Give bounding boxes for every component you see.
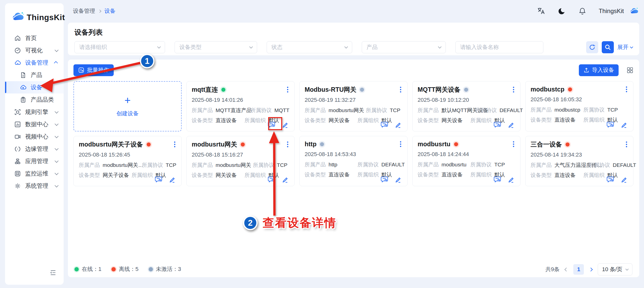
sidebar-item-visual[interactable]: 可视化 — [5, 44, 64, 57]
sidebar-item-home[interactable]: 首页 — [5, 32, 64, 44]
home-icon — [14, 34, 22, 42]
field-label: 所属协议 — [589, 162, 610, 169]
sidebar-collapse-icon[interactable] — [50, 269, 57, 276]
device-protocol: DEFAULT — [500, 107, 523, 113]
field-label: 所属产品 — [192, 162, 213, 169]
topbar-actions: ThingsKit — [537, 7, 638, 15]
device-created-time: 2025-08-18 16:05:32 — [531, 96, 628, 103]
sidebar-item-category[interactable]: 产品品类 — [5, 93, 64, 106]
device-card[interactable]: MQTT网关设备2025-08-19 10:12:20所属产品默认MQTT网关设… — [412, 81, 520, 131]
sidebar-item-app[interactable]: 应用管理 — [5, 155, 64, 167]
card-more-menu-icon[interactable] — [399, 140, 402, 148]
field-label: 设备类型 — [531, 172, 552, 179]
sidebar-item-label: 设备管理 — [25, 59, 48, 67]
sidebar-item-label: 首页 — [25, 34, 37, 42]
import-device-button[interactable]: 导入设备 — [579, 64, 619, 76]
field-label: 所属协议 — [476, 107, 497, 114]
card-more-menu-icon[interactable] — [512, 86, 515, 93]
device-card[interactable]: mqtt直连2025-08-19 14:01:26所属产品MQTT直连产品所属协… — [186, 81, 295, 131]
sidebar-item-video[interactable]: 视频中心 — [5, 130, 64, 143]
translate-icon[interactable] — [537, 7, 545, 15]
device-type-select[interactable]: 设备类型 — [175, 41, 257, 53]
edit-icon[interactable] — [395, 176, 403, 183]
edit-icon[interactable] — [282, 121, 290, 129]
card-more-menu-icon[interactable] — [512, 140, 515, 148]
sidebar-item-label: 视频中心 — [25, 133, 48, 140]
field-label: 所属协议 — [366, 107, 387, 114]
card-more-menu-icon[interactable] — [625, 85, 628, 93]
device-detail-icon[interactable] — [268, 121, 276, 129]
next-page-icon[interactable] — [589, 267, 593, 271]
sidebar-item-system[interactable]: 系统管理 — [5, 180, 64, 192]
status-select[interactable]: 状态 — [267, 41, 352, 53]
device-card[interactable]: modbusrtu2025-08-18 14:24:44所属产品modbusrt… — [412, 136, 520, 186]
device-detail-icon[interactable] — [494, 121, 502, 129]
edit-icon[interactable] — [508, 176, 516, 183]
card-more-menu-icon[interactable] — [399, 86, 402, 93]
device-created-time: 2025-08-14 19:34:23 — [531, 152, 628, 158]
product-select[interactable]: 产品 — [362, 41, 446, 53]
card-more-menu-icon[interactable] — [625, 140, 628, 148]
device-card[interactable]: modbustcp2025-08-18 16:05:32所属产品modbustc… — [525, 81, 633, 131]
sidebar-item-data[interactable]: 数据中心 — [5, 118, 64, 130]
create-device-card[interactable]: + 创建设备 — [73, 81, 182, 131]
page-size-select[interactable]: 10 条/页 — [598, 263, 632, 275]
sidebar-item-rules[interactable]: 规则引擎 — [5, 106, 64, 118]
brackets-icon — [14, 145, 22, 153]
device-detail-icon[interactable] — [607, 176, 615, 183]
device-detail-icon[interactable] — [381, 121, 389, 129]
card-more-menu-icon[interactable] — [173, 140, 176, 148]
device-detail-icon[interactable] — [494, 176, 502, 183]
sidebar-item-edge[interactable]: 边缘管理 — [5, 143, 64, 155]
total-count: 共9条 — [545, 266, 559, 273]
moon-icon[interactable] — [557, 7, 566, 15]
sidebar-item-device[interactable]: 设备 — [5, 81, 64, 93]
cloud-icon — [14, 59, 22, 67]
device-type: 网关子设备 — [103, 172, 129, 179]
edit-icon[interactable] — [395, 121, 403, 129]
device-detail-icon[interactable] — [381, 176, 389, 183]
edit-icon[interactable] — [282, 176, 290, 183]
device-card[interactable]: 三合一设备2025-08-14 19:34:23所属产品大气压力温湿度传…所属协… — [525, 136, 633, 186]
edit-icon[interactable] — [621, 121, 629, 129]
refresh-button[interactable] — [586, 41, 598, 53]
status-dot-offline — [454, 142, 458, 146]
user-name[interactable]: ThingsKit — [599, 8, 624, 15]
prev-page-icon[interactable] — [565, 267, 569, 271]
edit-icon[interactable] — [508, 121, 516, 129]
field-label: 所属组织 — [357, 171, 379, 178]
sidebar-item-monitor[interactable]: 监控运维 — [5, 167, 64, 180]
batch-operation-button[interactable]: 批量操作 — [73, 64, 114, 76]
sidebar-item-devmgmt[interactable]: 设备管理 — [5, 57, 64, 69]
device-card[interactable]: modbusrtu网关2025-08-18 15:16:27所属产品modbus… — [186, 136, 295, 186]
field-label: 所属组织 — [357, 117, 379, 124]
card-more-menu-icon[interactable] — [286, 86, 289, 93]
device-detail-icon[interactable] — [268, 176, 276, 183]
device-detail-icon[interactable] — [607, 121, 615, 129]
monitor-icon — [14, 170, 22, 177]
edit-icon[interactable] — [621, 176, 629, 183]
field-label: 所属协议 — [253, 162, 274, 169]
search-button[interactable] — [602, 41, 614, 53]
device-card[interactable]: Modbus-RTU网关2025-08-19 11:32:27所属产品modbu… — [299, 81, 408, 131]
expand-toggle[interactable]: 展开 — [617, 43, 633, 51]
org-select[interactable]: 请选择组织 — [74, 41, 165, 53]
sidebar-item-label: 数据中心 — [25, 120, 48, 128]
sidebar-item-product[interactable]: 产品 — [5, 69, 64, 81]
chevron-down-icon — [438, 45, 441, 49]
device-card[interactable]: http2025-08-18 14:53:43所属产品http所属协议DEFAU… — [299, 136, 408, 186]
breadcrumb-parent[interactable]: 设备管理 — [73, 7, 95, 15]
video-icon — [14, 133, 22, 140]
device-protocol: TCP — [166, 162, 176, 168]
offline-dot-icon — [111, 267, 116, 271]
view-switch-icon[interactable] — [626, 66, 634, 74]
field-label: 所属组织 — [132, 172, 153, 179]
device-name-input[interactable] — [455, 41, 543, 53]
page-number[interactable]: 1 — [573, 264, 584, 275]
bell-icon[interactable] — [578, 7, 587, 15]
device-card[interactable]: modbusrtu网关子设备2025-08-18 15:26:45所属产品mod… — [73, 136, 182, 186]
avatar-cloud-icon[interactable] — [630, 7, 638, 15]
card-more-menu-icon[interactable] — [286, 140, 289, 148]
edit-icon[interactable] — [169, 176, 177, 183]
device-detail-icon[interactable] — [155, 176, 163, 183]
